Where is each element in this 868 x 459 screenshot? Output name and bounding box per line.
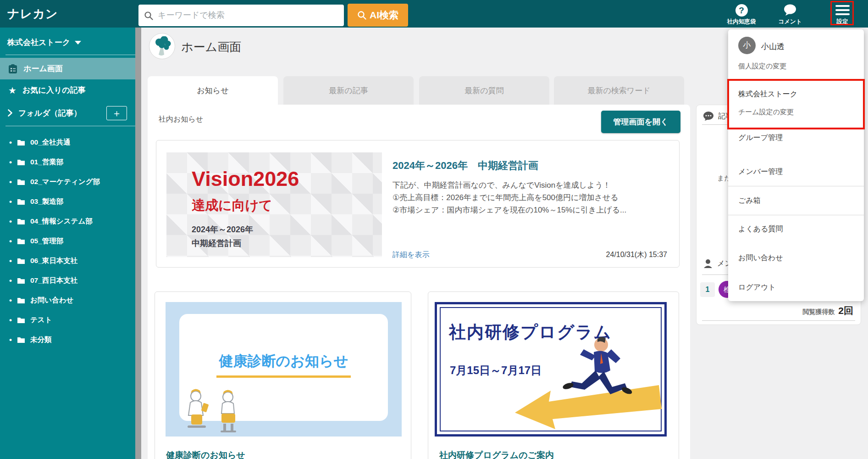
sidebar-favorites-label: お気に入りの記事 bbox=[22, 85, 86, 95]
folder-icon bbox=[17, 199, 25, 205]
bullet-icon: • bbox=[9, 217, 12, 226]
bullet-icon: • bbox=[9, 316, 12, 325]
sidebar-item-home[interactable]: ホーム画面 bbox=[0, 58, 135, 79]
folder-icon bbox=[17, 179, 25, 185]
announcement-body: 下記が、中期経営計画なので、みんなでVisionを達成しよう！ ①売上高目標：2… bbox=[393, 179, 626, 217]
folder-icon bbox=[17, 140, 25, 146]
menu-item-personal-settings[interactable]: 個人設定の変更 bbox=[738, 62, 786, 71]
folder-label: 01_営業部 bbox=[30, 157, 63, 167]
settings-dropdown: 小 小山透 個人設定の変更 株式会社ストーク チーム設定の変更 グループ管理 メ… bbox=[728, 29, 864, 301]
star-icon: ★ bbox=[8, 86, 17, 95]
folder-label: 06_東日本支社 bbox=[30, 256, 77, 266]
sidebar: 株式会社ストーク ホーム画面 ★ お気に入りの記事 フォルダ（記事） ＋ • 0… bbox=[0, 28, 141, 459]
sidebar-item-favorites[interactable]: ★ お気に入りの記事 bbox=[0, 79, 135, 101]
folder-icon bbox=[17, 159, 25, 166]
announcement-body-line: ②市場シェア：国内市場シェアを現在の10%～15%に引き上げる... bbox=[393, 204, 626, 216]
folder-label: 未分類 bbox=[30, 335, 52, 345]
notice-section-label: 社内お知らせ bbox=[159, 115, 203, 124]
hamburger-icon bbox=[835, 5, 850, 15]
rank-badge: 1 bbox=[700, 282, 715, 297]
caret-down-icon bbox=[75, 41, 81, 45]
divider bbox=[728, 186, 864, 186]
help-menu-button[interactable]: ? 社内知恵袋 bbox=[724, 3, 759, 26]
tab-latest-search-words[interactable]: 最新の検索ワード bbox=[554, 76, 684, 105]
menu-item-team-settings[interactable]: チーム設定の変更 bbox=[738, 108, 794, 117]
tab-latest-questions[interactable]: 最新の質問 bbox=[419, 76, 549, 105]
folder-item[interactable]: • お問い合わせ bbox=[0, 291, 141, 310]
bullet-icon: • bbox=[9, 158, 12, 167]
sidebar-folders-heading[interactable]: フォルダ（記事） ＋ bbox=[0, 103, 135, 123]
thumbnail-caption-2: 中期経営計画 bbox=[192, 238, 241, 249]
settings-menu-button[interactable]: 設定 bbox=[825, 3, 860, 26]
folder-label: 07_西日本支社 bbox=[30, 276, 77, 285]
ai-search-button[interactable]: AI検索 bbox=[348, 4, 408, 27]
bullet-icon: • bbox=[9, 296, 12, 305]
notice-card-kenko[interactable]: 健康診断のお知らせ 健康診断のお知らせ bbox=[155, 291, 411, 459]
user-name: 小山透 bbox=[761, 41, 785, 52]
folder-item[interactable]: • 04_情報システム部 bbox=[0, 212, 141, 231]
folder-item[interactable]: • 02_マーケティング部 bbox=[0, 172, 141, 192]
announcement-body-line: 下記が、中期経営計画なので、みんなでVisionを達成しよう！ bbox=[393, 179, 626, 191]
announcement-body-line: ①売上高目標：2026年までに年間売上高を500億円に増加させる bbox=[393, 191, 626, 204]
search-icon bbox=[357, 11, 366, 20]
announcement-title[interactable]: 2024年～2026年 中期経営計画 bbox=[393, 159, 538, 173]
kensyu-thumbnail: 社内研修プログラム 7月15日～7月17日 bbox=[435, 302, 667, 437]
folder-item[interactable]: • 未分類 bbox=[0, 330, 141, 350]
sidebar-home-label: ホーム画面 bbox=[23, 63, 63, 74]
bullet-icon: • bbox=[9, 336, 12, 345]
broccoli-icon bbox=[153, 36, 171, 56]
show-detail-link[interactable]: 詳細を表示 bbox=[393, 250, 429, 260]
menu-item-faq[interactable]: よくある質問 bbox=[738, 224, 783, 234]
menu-item-contact[interactable]: お問い合わせ bbox=[738, 253, 783, 263]
folder-item[interactable]: • 06_東日本支社 bbox=[0, 251, 141, 271]
comment-bubble-icon bbox=[783, 4, 797, 17]
folder-label: テスト bbox=[30, 315, 52, 325]
tab-oshirase[interactable]: お知らせ bbox=[148, 76, 278, 105]
folder-icon bbox=[17, 238, 25, 245]
folder-icon bbox=[17, 278, 25, 284]
folder-item[interactable]: • テスト bbox=[0, 310, 141, 330]
chevron-right-icon bbox=[7, 109, 13, 117]
folder-label: 00_全社共通 bbox=[30, 138, 71, 147]
divider bbox=[6, 126, 136, 126]
menu-item-logout[interactable]: ログアウト bbox=[738, 283, 776, 292]
announcement-timestamp: 24/10/31(木) 15:37 bbox=[606, 250, 667, 260]
notice-card-title[interactable]: 社内研修プログラムのご案内 bbox=[439, 449, 554, 459]
open-admin-button[interactable]: 管理画面を開く bbox=[601, 111, 680, 133]
folders-heading-label: フォルダ（記事） bbox=[18, 108, 82, 118]
menu-item-member-management[interactable]: メンバー管理 bbox=[738, 167, 783, 177]
announcement-card[interactable]: Vision2026 達成に向けて 2024年～2026年 中期経営計画 202… bbox=[156, 140, 680, 268]
folder-label: 03_製造部 bbox=[30, 197, 63, 207]
notice-card-title[interactable]: 健康診断のお知らせ bbox=[166, 449, 245, 459]
folder-item[interactable]: • 05_管理部 bbox=[0, 231, 141, 251]
search-input[interactable] bbox=[158, 11, 338, 20]
tab-latest-articles[interactable]: 最新の記事 bbox=[283, 76, 414, 105]
bullet-icon: • bbox=[9, 276, 12, 285]
announcement-thumbnail: Vision2026 達成に向けて 2024年～2026年 中期経営計画 bbox=[166, 152, 382, 257]
bullet-icon: • bbox=[9, 178, 12, 187]
keyword-search-box[interactable] bbox=[138, 5, 344, 26]
folder-icon bbox=[17, 258, 25, 264]
bullet-icon: • bbox=[9, 237, 12, 246]
folder-label: お問い合わせ bbox=[30, 296, 73, 305]
divider bbox=[728, 215, 864, 215]
folder-item[interactable]: • 00_全社共通 bbox=[0, 133, 141, 152]
thumbnail-headline: Vision2026 bbox=[192, 167, 299, 191]
add-folder-button[interactable]: ＋ bbox=[106, 106, 127, 120]
menu-item-trash[interactable]: ごみ箱 bbox=[738, 196, 761, 206]
company-selector[interactable]: 株式会社ストーク bbox=[0, 28, 141, 55]
comment-dots-icon bbox=[703, 111, 714, 121]
notice-card-kensyu[interactable]: 社内研修プログラム 7月15日～7月17日 社内研修プログラムのご案内 bbox=[428, 291, 679, 459]
team-name: 株式会社ストーク bbox=[738, 90, 797, 99]
thumbnail-subhead: 達成に向けて bbox=[192, 196, 272, 215]
comment-menu-button[interactable]: コメント bbox=[773, 3, 807, 26]
help-label: 社内知恵袋 bbox=[724, 18, 759, 26]
search-icon bbox=[144, 11, 153, 20]
folder-item[interactable]: • 03_製造部 bbox=[0, 192, 141, 212]
menu-item-group-management[interactable]: グループ管理 bbox=[738, 133, 783, 143]
views-count: 2回 bbox=[838, 304, 853, 317]
thumbnail-caption-1: 2024年～2026年 bbox=[192, 224, 253, 235]
folder-item[interactable]: • 01_営業部 bbox=[0, 152, 141, 172]
sidebar-scrollbar[interactable] bbox=[135, 28, 141, 459]
folder-item[interactable]: • 07_西日本支社 bbox=[0, 271, 141, 291]
